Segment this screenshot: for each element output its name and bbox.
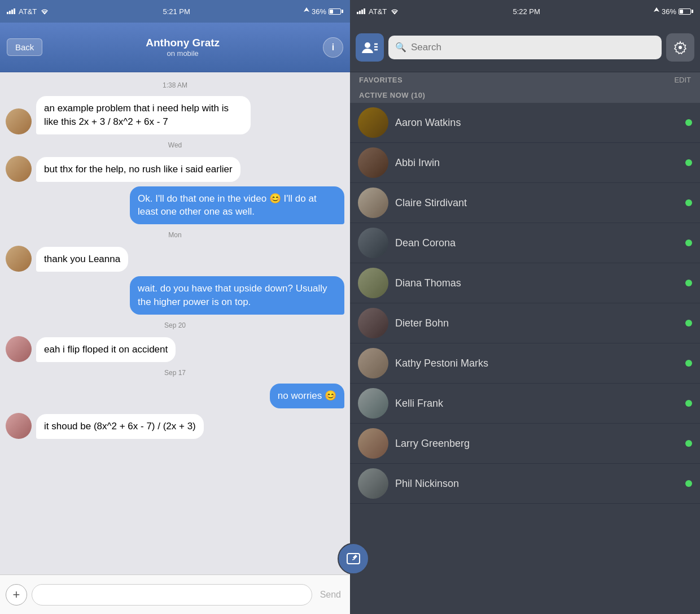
status-bar-left: AT&T 5:21 PM 36% — [0, 0, 350, 23]
svg-point-0 — [365, 42, 370, 48]
contact-item[interactable]: Abbi Irwin — [350, 143, 700, 183]
avatar — [358, 268, 388, 298]
online-indicator — [685, 199, 692, 206]
send-button[interactable]: Send — [317, 590, 344, 600]
info-button[interactable]: i — [323, 37, 343, 58]
message-bubble: it shoud be (8x^2 + 6x - 7) / (2x + 3) — [36, 414, 204, 439]
battery-percent: 36% — [662, 7, 676, 16]
contact-item[interactable]: Dieter Bohn — [350, 303, 700, 343]
online-indicator — [685, 280, 692, 286]
message-row: wait. do you have that upside down? Usua… — [6, 276, 344, 315]
signal-strength-icon — [7, 8, 15, 14]
timestamp-4: Mon — [6, 231, 344, 239]
contact-status: on mobile — [146, 49, 220, 58]
timestamp-2: Wed — [6, 141, 344, 149]
online-indicator — [685, 400, 692, 407]
back-button[interactable]: Back — [7, 38, 42, 56]
contact-name: Abbi Irwin — [395, 157, 679, 169]
search-icon: 🔍 — [395, 42, 406, 53]
plus-button[interactable]: + — [6, 584, 27, 606]
compose-button[interactable] — [338, 543, 369, 574]
svg-line-6 — [352, 559, 355, 560]
search-input-wrap: 🔍 — [388, 36, 662, 59]
timestamp-7: Sep 17 — [6, 369, 344, 377]
contact-item[interactable]: Claire Stirdivant — [350, 183, 700, 223]
favorites-section-header: FAVORITES EDIT — [350, 72, 700, 88]
location-icon — [304, 7, 309, 15]
online-indicator — [685, 480, 692, 487]
battery-icon — [329, 8, 343, 15]
avatar — [358, 348, 388, 378]
avatar — [6, 108, 32, 134]
online-indicator — [685, 440, 692, 447]
favorites-label: FAVORITES — [359, 76, 403, 84]
contact-name: Dean Corona — [395, 237, 679, 249]
contact-item[interactable]: Dean Corona — [350, 223, 700, 263]
location-icon — [654, 7, 659, 15]
active-now-label: ACTIVE NOW (10) — [359, 91, 425, 99]
left-panel: AT&T 5:21 PM 36% Back Anthony Grat — [0, 0, 350, 614]
contacts-icon-button[interactable] — [356, 33, 384, 62]
contact-name: Dieter Bohn — [395, 317, 679, 329]
avatar — [358, 188, 388, 218]
avatar — [358, 147, 388, 178]
gear-icon — [673, 41, 687, 54]
contact-name: Phil Nickinson — [395, 478, 679, 490]
avatar — [358, 308, 388, 338]
contact-item[interactable]: Kelli Frank — [350, 384, 700, 424]
edit-button[interactable]: EDIT — [674, 76, 691, 84]
nav-bar-left: Back Anthony Gratz on mobile i — [0, 23, 350, 72]
input-bar: + Send — [0, 574, 350, 614]
message-bubble: thank you Leanna — [36, 247, 128, 272]
avatar — [358, 388, 388, 419]
status-bar-right: AT&T 5:22 PM 36% — [350, 0, 700, 23]
carrier-label: AT&T — [369, 7, 387, 16]
contacts-icon — [362, 41, 378, 54]
message-bubble: but thx for the help, no rush like i sai… — [36, 157, 240, 182]
contact-name: Kathy Pestoni Marks — [395, 358, 679, 369]
time-label: 5:21 PM — [163, 7, 190, 16]
contact-name: Diana Thomas — [395, 277, 679, 289]
contact-item[interactable]: Phil Nickinson — [350, 464, 700, 504]
message-input[interactable] — [32, 584, 312, 606]
settings-button[interactable] — [666, 33, 694, 62]
contact-item[interactable]: Diana Thomas — [350, 263, 700, 303]
online-indicator — [685, 320, 692, 326]
search-input[interactable] — [411, 42, 655, 53]
avatar — [6, 336, 32, 362]
message-row: Ok. I'll do that one in the video 😊 I'll… — [6, 186, 344, 225]
nav-title: Anthony Gratz on mobile — [146, 37, 220, 58]
avatar — [6, 413, 32, 439]
avatar — [358, 428, 388, 459]
message-bubble: an example problem that i need help with… — [36, 96, 251, 134]
message-row: thank you Leanna — [6, 246, 344, 272]
messages-area[interactable]: 1:38 AM an example problem that i need h… — [0, 72, 350, 574]
battery-icon — [679, 8, 693, 15]
carrier-label: AT&T — [19, 7, 37, 16]
contact-item[interactable]: Aaron Watkins — [350, 103, 700, 143]
svg-point-4 — [679, 46, 682, 49]
avatar — [358, 468, 388, 499]
avatar — [6, 246, 32, 272]
contact-name: Anthony Gratz — [146, 37, 220, 49]
message-row: it shoud be (8x^2 + 6x - 7) / (2x + 3) — [6, 413, 344, 439]
contacts-list: Aaron WatkinsAbbi IrwinClaire Stirdivant… — [350, 103, 700, 614]
compose-icon — [346, 551, 361, 566]
message-row: eah i flip floped it on accident — [6, 336, 344, 362]
online-indicator — [685, 360, 692, 367]
battery-percent: 36% — [312, 7, 326, 16]
message-bubble: wait. do you have that upside down? Usua… — [130, 276, 344, 315]
message-bubble: eah i flip floped it on accident — [36, 337, 176, 362]
contact-item[interactable]: Kathy Pestoni Marks — [350, 343, 700, 384]
contact-item[interactable]: Larry Greenberg — [350, 424, 700, 464]
wifi-icon — [390, 8, 399, 15]
message-row: but thx for the help, no rush like i sai… — [6, 156, 344, 182]
avatar — [358, 107, 388, 138]
message-bubble: no worries 😊 — [270, 384, 344, 408]
message-row: an example problem that i need help with… — [6, 96, 344, 134]
signal-strength-icon — [357, 8, 365, 14]
online-indicator — [685, 159, 692, 166]
avatar — [6, 156, 32, 182]
timestamp-1: 1:38 AM — [6, 81, 344, 89]
contact-name: Larry Greenberg — [395, 438, 679, 450]
